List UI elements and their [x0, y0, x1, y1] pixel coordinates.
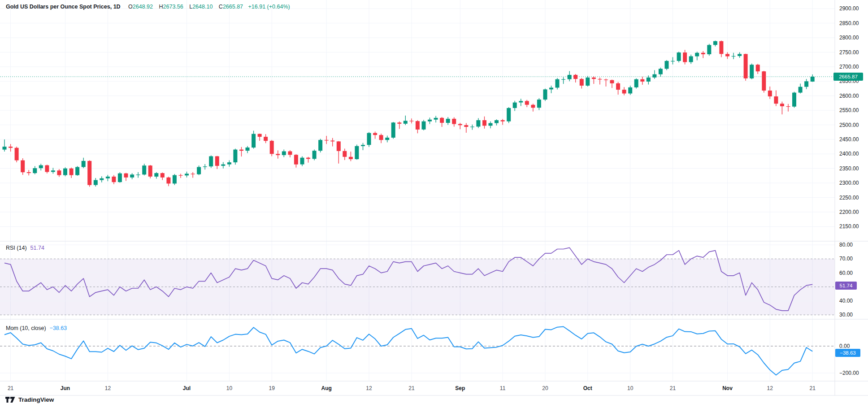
svg-text:2750.00: 2750.00 — [839, 49, 859, 56]
svg-text:40.00: 40.00 — [839, 298, 853, 304]
svg-text:2800.00: 2800.00 — [839, 35, 859, 41]
svg-text:30.00: 30.00 — [839, 312, 853, 318]
tradingview-logo[interactable]: TradingView — [5, 396, 54, 403]
svg-text:Aug: Aug — [321, 385, 332, 391]
mom-value: −38.63 — [50, 325, 67, 331]
rsi-value: 51.74 — [30, 245, 44, 251]
svg-text:70.00: 70.00 — [839, 256, 853, 262]
rsi-value-badge: 51.74 — [835, 282, 857, 290]
ohlc-close-label: C — [219, 4, 223, 10]
svg-text:60.00: 60.00 — [839, 270, 853, 276]
price-axis[interactable]: 2900.002850.002800.002750.002700.002650.… — [839, 5, 859, 230]
symbol-legend: Gold US Dollars per Ounce Spot Prices, 1… — [6, 4, 290, 10]
candlestick-series — [3, 41, 815, 187]
svg-text:2400.00: 2400.00 — [839, 151, 859, 157]
rsi-legend: RSI (14)51.74 — [6, 245, 44, 251]
svg-text:2900.00: 2900.00 — [839, 5, 859, 12]
svg-text:2550.00: 2550.00 — [839, 107, 859, 113]
price-gridlines — [0, 9, 835, 226]
svg-text:10: 10 — [627, 385, 634, 391]
svg-text:12: 12 — [366, 385, 372, 391]
svg-text:Nov: Nov — [722, 385, 733, 391]
tradingview-logo-icon — [5, 397, 15, 403]
rsi-indicator-name[interactable]: RSI (14) — [6, 245, 27, 251]
svg-text:Jul: Jul — [183, 385, 191, 391]
svg-text:21: 21 — [8, 385, 14, 391]
svg-text:2450.00: 2450.00 — [839, 136, 859, 143]
svg-text:0.00: 0.00 — [839, 343, 850, 349]
svg-text:19: 19 — [269, 385, 275, 391]
svg-text:2200.00: 2200.00 — [839, 209, 859, 215]
ohlc-open-value: 2648.92 — [133, 4, 153, 10]
svg-text:21: 21 — [670, 385, 676, 391]
symbol-title[interactable]: Gold US Dollars per Ounce Spot Prices, 1… — [6, 4, 121, 10]
chart-canvas[interactable]: 2900.002850.002800.002750.002700.002650.… — [0, 0, 868, 408]
tradingview-chart-widget: 2900.002850.002800.002750.002700.002650.… — [0, 0, 868, 408]
svg-text:80.00: 80.00 — [839, 242, 853, 248]
svg-text:12: 12 — [105, 385, 111, 391]
svg-text:20: 20 — [542, 385, 548, 391]
ohlc-open-label: O — [128, 4, 133, 10]
svg-text:Jun: Jun — [61, 385, 70, 391]
svg-text:11: 11 — [500, 385, 506, 391]
svg-text:21: 21 — [810, 385, 816, 391]
mom-value-badge: −38.63 — [835, 349, 860, 357]
svg-text:2600.00: 2600.00 — [839, 93, 859, 99]
svg-text:10: 10 — [226, 385, 233, 391]
mom-indicator-name[interactable]: Mom (10, close) — [6, 325, 46, 331]
svg-text:12: 12 — [767, 385, 773, 391]
price-change: +16.91 (+0.64%) — [248, 4, 290, 10]
mom-axis[interactable]: 0.00−200.00 — [839, 343, 859, 376]
svg-text:2700.00: 2700.00 — [839, 64, 859, 70]
svg-text:2150.00: 2150.00 — [839, 223, 859, 230]
mom-legend: Mom (10, close)−38.63 — [6, 325, 67, 331]
svg-text:−200.00: −200.00 — [839, 370, 859, 376]
svg-text:2350.00: 2350.00 — [839, 165, 859, 172]
last-price-badge: 2665.87 — [833, 73, 863, 81]
svg-text:2300.00: 2300.00 — [839, 180, 859, 186]
svg-text:2850.00: 2850.00 — [839, 20, 859, 26]
ohlc-high-label: H — [159, 4, 163, 10]
svg-text:2500.00: 2500.00 — [839, 122, 859, 128]
ohlc-low-value: 2648.10 — [192, 4, 213, 10]
tradingview-logo-text: TradingView — [18, 396, 54, 403]
time-axis[interactable]: 21Jun12Jul1019Aug1221Sep1120Oct1021Nov12… — [8, 385, 816, 391]
svg-text:2250.00: 2250.00 — [839, 195, 859, 201]
ohlc-high-value: 2673.56 — [163, 4, 183, 10]
rsi-axis[interactable]: 80.0070.0060.0050.0040.0030.00 — [839, 242, 853, 318]
svg-text:Oct: Oct — [583, 385, 592, 391]
svg-text:Sep: Sep — [455, 385, 465, 391]
mom-line — [4, 327, 812, 375]
svg-text:21: 21 — [408, 385, 415, 391]
ohlc-close-value: 2665.87 — [223, 4, 243, 10]
